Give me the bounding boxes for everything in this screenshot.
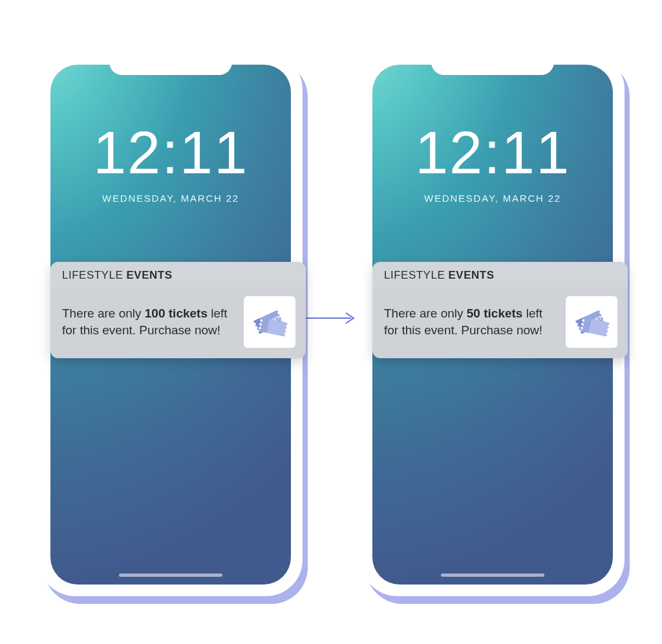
lockscreen-time: 12:11 <box>372 119 613 187</box>
app-name-bold: EVENTS <box>126 269 172 281</box>
notification-message: There are only 100 tickets left for this… <box>62 305 235 338</box>
msg-pre: There are only <box>62 306 145 320</box>
lockscreen-date: WEDNESDAY, MARCH 22 <box>372 193 613 204</box>
msg-bold: 50 tickets <box>467 306 523 320</box>
ticket-icon: TICKET <box>244 296 295 348</box>
phone-notch <box>431 53 554 75</box>
notification-app-name: LIFESTYLE EVENTS <box>50 262 306 288</box>
msg-pre: There are only <box>384 306 467 320</box>
diagram-canvas: 12:11 WEDNESDAY, MARCH 22 LIFESTYLE EVEN… <box>0 0 662 644</box>
home-indicator <box>441 574 544 577</box>
app-name-bold: EVENTS <box>448 269 494 281</box>
msg-bold: 100 tickets <box>145 306 208 320</box>
home-indicator <box>119 574 222 577</box>
push-notification-right[interactable]: LIFESTYLE EVENTS There are only 50 ticke… <box>372 262 628 358</box>
app-name-light: LIFESTYLE <box>62 269 126 281</box>
app-name-light: LIFESTYLE <box>384 269 448 281</box>
push-notification-left[interactable]: LIFESTYLE EVENTS There are only 100 tick… <box>50 262 306 358</box>
arrow-icon <box>303 310 358 326</box>
lockscreen-time: 12:11 <box>50 119 291 187</box>
notification-message: There are only 50 tickets left for this … <box>384 305 557 338</box>
ticket-icon: TICKET <box>566 296 617 348</box>
lockscreen-date: WEDNESDAY, MARCH 22 <box>50 193 291 204</box>
notification-app-name: LIFESTYLE EVENTS <box>372 262 628 288</box>
phone-notch <box>109 53 232 75</box>
